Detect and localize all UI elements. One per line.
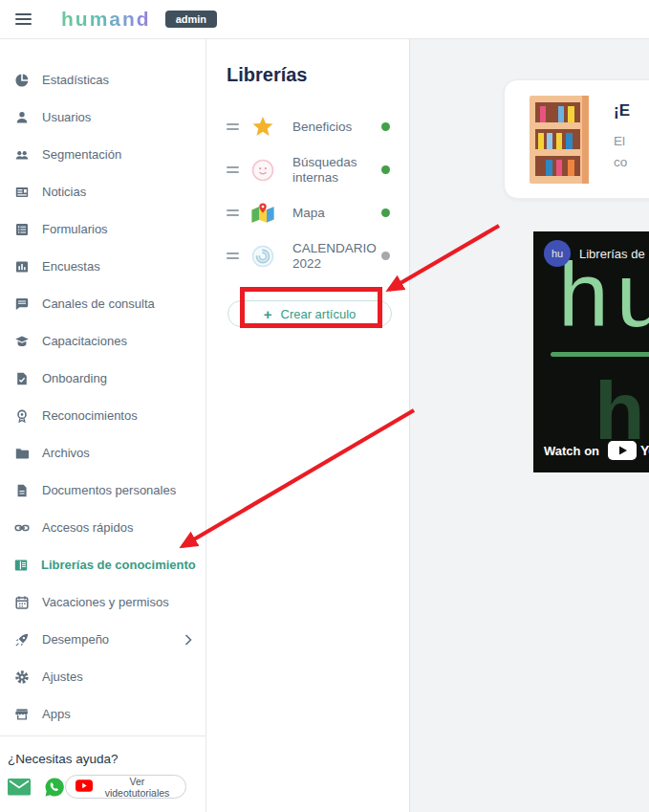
sidebar-item-noticias[interactable]: Noticias [0,173,206,210]
gear-icon [13,669,30,685]
medal-icon [13,407,30,424]
chat-icon [13,296,30,312]
thumbnail-underline [551,352,649,357]
youtube-video-embed[interactable]: hu h hu Librerías de Watch on YouTube [533,231,649,472]
top-bar: humand admin [0,0,649,39]
card-title: ¡E [614,101,630,121]
document-icon [13,482,30,498]
sidebar: Estadísticas Usuarios Segmentación Notic… [0,39,206,812]
rocket-icon [13,631,30,647]
sidebar-item-accesos-rapidos[interactable]: Accesos rápidos [0,509,206,546]
humand-logo: humand [61,8,151,31]
sidebar-item-onboarding[interactable]: Onboarding [0,360,206,397]
document-check-icon [13,370,30,386]
form-list-icon [13,221,30,237]
drag-handle-icon[interactable] [227,209,239,216]
sidebar-nav: Estadísticas Usuarios Segmentación Notic… [0,61,206,733]
sidebar-item-formularios[interactable]: Formularios [0,210,206,248]
map-icon [249,200,275,226]
swirl-icon [249,243,275,269]
libraries-panel: Librerías Beneficios Búsquedas internas … [206,39,410,812]
storefront-icon [13,706,30,722]
sidebar-item-estadisticas[interactable]: Estadísticas [0,61,206,99]
status-dot [381,165,390,174]
bookshelf-illustration [530,96,593,184]
email-icon[interactable] [8,779,31,796]
chevron-right-icon [184,634,192,646]
video-tutorials-button[interactable]: Ver videotutoriales [65,775,186,799]
status-dot [381,122,390,131]
library-item-beneficios[interactable]: Beneficios [227,105,409,148]
create-article-label: Crear artículo [281,307,357,321]
sidebar-item-ajustes[interactable]: Ajustes [0,658,206,695]
link-icon [13,519,30,536]
library-item-busquedas-internas[interactable]: Búsquedas internas [227,148,409,191]
graduation-cap-icon [13,333,30,349]
sidebar-item-capacitaciones[interactable]: Capacitaciones [0,322,206,360]
sidebar-item-vacaciones-y-permisos[interactable]: Vacaciones y permisos [0,583,206,621]
sidebar-item-usuarios[interactable]: Usuarios [0,99,206,136]
hamburger-menu-icon[interactable] [15,13,32,25]
video-title[interactable]: Librerías de [579,247,645,261]
sidebar-item-segmentacion[interactable]: Segmentación [0,136,206,173]
youtube-play-icon [608,441,637,460]
page: humand admin Estadísticas Usuarios Segme… [0,0,649,812]
whatsapp-icon[interactable] [44,777,65,798]
help-section: ¿Necesitas ayuda? Ver videotutoriales [0,735,206,812]
drag-handle-icon[interactable] [227,252,239,259]
help-question: ¿Necesitas ayuda? [8,752,198,766]
channel-avatar[interactable]: hu [544,240,571,267]
sidebar-item-apps[interactable]: Apps [0,695,206,733]
sidebar-item-encuestas[interactable]: Encuestas [0,248,206,285]
bar-chart-icon [13,258,30,274]
sidebar-item-documentos-personales[interactable]: Documentos personales [0,472,206,509]
drag-handle-icon[interactable] [227,166,239,173]
library-item-mapa[interactable]: Mapa [227,191,409,234]
status-dot [381,252,390,260]
panel-title: Librerías [227,64,409,86]
sidebar-item-librerias-de-conocimiento[interactable]: Librerías de conocimiento [0,546,206,583]
open-book-icon [13,557,29,573]
sidebar-item-archivos[interactable]: Archivos [0,434,206,472]
content-area: ¡E El co hu h hu Librerías de Watch on Y… [410,39,649,812]
watch-on-youtube[interactable]: Watch on YouTube [544,441,649,460]
user-icon [13,109,30,125]
card-description: El co [614,131,627,172]
welcome-card: ¡E El co [504,79,649,199]
people-icon [13,146,30,163]
youtube-logo[interactable]: YouTube [608,441,649,460]
star-icon [249,114,275,140]
stats-icon [13,72,30,88]
newspaper-icon [13,184,30,200]
youtube-play-icon [76,779,93,795]
library-item-calendario-2022[interactable]: CALENDARIO 2022 [227,234,409,277]
library-list: Beneficios Búsquedas internas Mapa CALEN… [227,105,409,277]
admin-badge: admin [165,11,217,28]
custom-pink-badge-icon [249,157,275,183]
sidebar-item-reconocimientos[interactable]: Reconocimientos [0,397,206,434]
watch-on-label: Watch on [544,444,599,458]
sidebar-item-desempeno[interactable]: Desempeño [0,621,206,658]
plus-icon: + [264,306,272,322]
drag-handle-icon[interactable] [227,123,239,130]
status-dot [381,208,390,217]
create-article-button[interactable]: + Crear artículo [227,300,392,327]
calendar-icon [13,594,30,610]
sidebar-item-canales-de-consulta[interactable]: Canales de consulta [0,285,206,322]
folder-icon [13,445,30,461]
